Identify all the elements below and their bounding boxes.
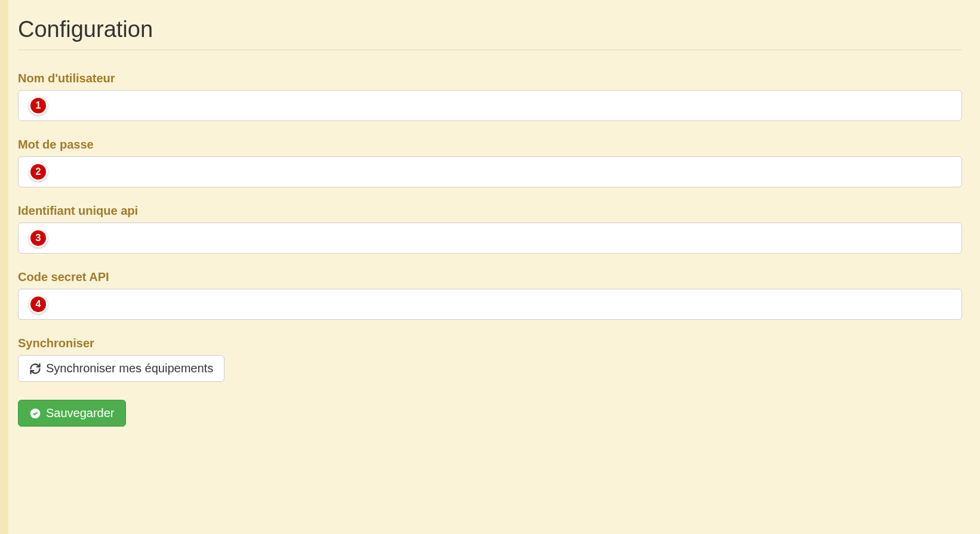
api-secret-input[interactable]: [18, 289, 962, 320]
username-label: Nom d'utilisateur: [18, 72, 962, 85]
config-container: Configuration Nom d'utilisateur 1 Mot de…: [0, 0, 980, 445]
sync-label: Synchroniser: [18, 337, 962, 350]
save-button-label: Sauvegarder: [46, 406, 115, 420]
api-secret-group: Code secret API 4: [18, 270, 962, 320]
password-input-wrapper: 2: [18, 156, 962, 187]
left-accent-stripe: [0, 0, 8, 534]
save-section: Sauvegarder: [18, 400, 962, 427]
sync-button[interactable]: Synchroniser mes équipements: [18, 355, 225, 382]
password-group: Mot de passe 2: [18, 138, 962, 187]
api-id-input[interactable]: [18, 223, 962, 254]
sync-group: Synchroniser Synchroniser mes équipement…: [18, 337, 962, 382]
save-button[interactable]: Sauvegarder: [18, 400, 126, 427]
api-id-group: Identifiant unique api 3: [18, 204, 962, 254]
api-id-label: Identifiant unique api: [18, 204, 962, 218]
username-group: Nom d'utilisateur 1: [18, 72, 962, 121]
api-secret-label: Code secret API: [18, 270, 962, 284]
refresh-icon: [29, 363, 41, 375]
api-secret-input-wrapper: 4: [18, 289, 962, 320]
password-input[interactable]: [18, 156, 962, 187]
password-label: Mot de passe: [18, 138, 962, 152]
username-input[interactable]: [18, 90, 962, 121]
sync-button-label: Synchroniser mes équipements: [46, 362, 213, 375]
username-input-wrapper: 1: [18, 90, 962, 121]
page-title: Configuration: [18, 17, 962, 50]
check-circle-icon: [29, 408, 41, 419]
api-id-input-wrapper: 3: [18, 223, 962, 254]
